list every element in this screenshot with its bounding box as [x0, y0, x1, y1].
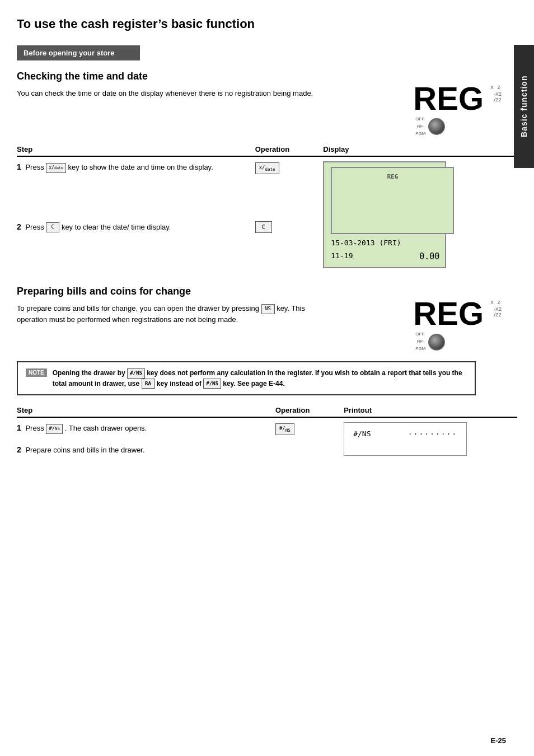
subsection-checking-time: Checking the time and date You can check…: [17, 71, 517, 272]
op-2-2-cell: [275, 440, 344, 460]
side-tab: Basic function: [514, 45, 534, 168]
step-2-2-cell: 2 Prepare coins and bills in the drawer.: [17, 440, 275, 460]
reg-text-2: REG: [413, 295, 484, 332]
col-header-op-1: Operation: [255, 143, 324, 156]
step-table-1: Step Operation Display 1 Press x/date ke…: [17, 143, 517, 272]
subsection-preparing-bills: Preparing bills and coins for change To …: [17, 286, 517, 459]
reg-sup-x1: X: [490, 85, 494, 90]
col-header-display-1: Display: [323, 143, 517, 156]
col-header-step-1: Step: [17, 143, 255, 156]
reg-off-label: OFF·: [415, 116, 425, 123]
reg-sup-x21: ·X2/Z2: [494, 91, 502, 102]
step-2-1-cell: 1 Press #/NS . The cash drawer opens.: [17, 417, 275, 439]
key-xdate-inline: x/date: [46, 163, 66, 173]
reg-wrapper-1: REG X Z ·X2/Z2: [413, 82, 484, 115]
key-hashns-inline: #/NS: [46, 424, 63, 434]
reg-pgm-label-2: PGM: [415, 346, 425, 353]
key-hash-ns-note2: #/NS: [203, 379, 221, 389]
step-1-2-press: Press: [25, 223, 46, 231]
reg-sup-z2: Z: [498, 300, 501, 305]
step-num-2-2: 2: [17, 445, 21, 454]
subsection2-intro: To prepare coins and bills for change, y…: [17, 303, 336, 325]
page-number: E-25: [491, 736, 506, 745]
page-title: To use the cash register’s basic functio…: [17, 17, 517, 34]
op-key-c: C: [255, 221, 272, 233]
display-reg-label: REG: [331, 167, 454, 234]
step-2-2-text: Prepare coins and bills in the drawer.: [25, 446, 144, 454]
reg-graphic-2: REG X Z ·X2/Z2 OFF· RF· PGM: [413, 297, 484, 352]
reg-pgm-label: PGM: [415, 130, 425, 138]
display-box-1: REG 15-03-2013 (FRI) 11-19 0.00: [323, 161, 446, 268]
reg-sup-z1: Z: [498, 85, 501, 90]
reg-rf-label-2: RF·: [415, 338, 425, 346]
table-row: 1 Press #/NS . The cash drawer opens. #/…: [17, 417, 517, 439]
step-num-1-2: 2: [17, 222, 21, 231]
op-key-xdate: x/date: [255, 162, 279, 174]
step-2-1-after: . The cash drawer opens.: [65, 424, 147, 432]
op-key-hashns: #/NS: [275, 423, 294, 435]
col-header-step-2: Step: [17, 404, 275, 417]
printout-line-1: #/NS ·········: [353, 428, 457, 440]
key-ns-intro: NS: [261, 304, 275, 314]
key-ra-note: RA: [142, 379, 155, 389]
display-line-date: 15-03-2013 (FRI): [331, 237, 438, 249]
step-1-1-after: key to show the date and time on the dis…: [68, 163, 213, 171]
col-header-op-2: Operation: [275, 404, 344, 417]
reg-wrapper-2: REG X Z ·X2/Z2: [413, 297, 484, 330]
reg-sup-x22: ·X2/Z2: [494, 306, 502, 318]
key-hash-ns-note: #/NS: [127, 368, 145, 379]
key-c-inline: C: [46, 222, 59, 232]
printout-dots: ·········: [408, 428, 457, 440]
reg-graphic-1: REG X Z ·X2/Z2 OFF· RF· PGM: [413, 82, 484, 137]
op-2-1-cell: #/NS: [275, 417, 344, 439]
printout-col: #/NS ·········: [344, 417, 517, 459]
step-1-1-cell: 1 Press x/date key to show the date and …: [17, 156, 255, 216]
reg-rf-label: RF·: [415, 123, 425, 130]
note-label: NOTE: [26, 368, 47, 377]
note-text: Opening the drawer by #/NS key does not …: [53, 368, 467, 389]
reg-off-label-2: OFF·: [415, 331, 425, 338]
printout-box: #/NS ·········: [344, 422, 467, 456]
reg-text-1: REG: [413, 80, 484, 116]
step-num-1-1: 1: [17, 162, 21, 171]
table-row: 1 Press x/date key to show the date and …: [17, 156, 517, 216]
display-col-1: REG 15-03-2013 (FRI) 11-19 0.00: [323, 156, 517, 272]
section-header: Before opening your store: [17, 45, 140, 60]
step-1-2-cell: 2 Press C key to clear the date/ time di…: [17, 217, 255, 272]
subsection1-intro: You can check the time or date on the di…: [17, 88, 336, 99]
printout-label: #/NS: [353, 428, 371, 440]
display-zero: 0.00: [419, 250, 439, 263]
reg-sup-x2: X: [490, 300, 494, 305]
reg-knob-1: [428, 118, 445, 135]
step-table-2: Step Operation Printout 1 Press #/NS . T…: [17, 404, 517, 459]
step-1-1-press: Press: [25, 163, 46, 171]
step-2-1-press: Press: [25, 424, 46, 432]
op-1-1-cell: x/date: [255, 156, 324, 216]
col-header-printout: Printout: [344, 404, 517, 417]
reg-knob-2: [428, 334, 445, 351]
step-num-2-1: 1: [17, 423, 21, 432]
page-container: Basic function To use the cash register’…: [0, 0, 534, 756]
note-box: NOTE Opening the drawer by #/NS key does…: [17, 361, 476, 396]
step-1-2-after: key to clear the date/ time display.: [62, 223, 171, 231]
op-1-2-cell: C: [255, 217, 324, 272]
